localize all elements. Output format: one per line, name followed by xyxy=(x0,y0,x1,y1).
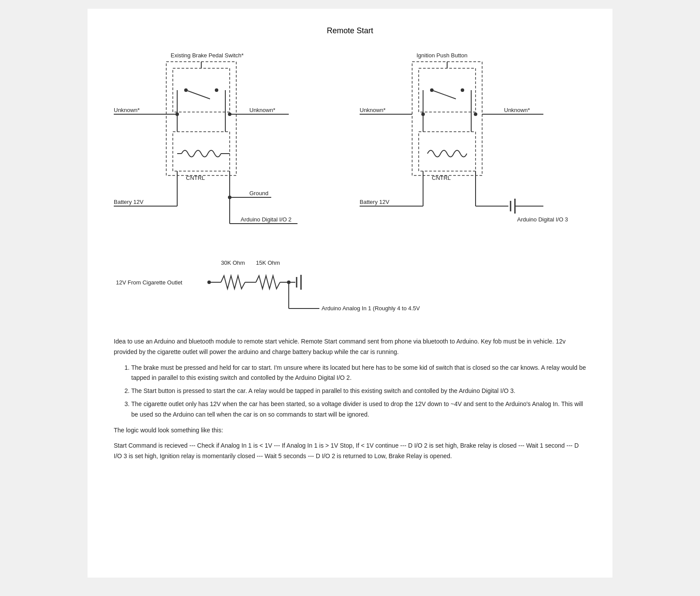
unknown-left-1: Unknown* xyxy=(114,107,140,113)
page-title: Remote Start xyxy=(114,26,586,35)
battery-12v-2: Battery 12V xyxy=(360,199,389,205)
cntrl-label1: CNTRL xyxy=(186,175,205,181)
voltage-divider-section: 12V From Cigarette Outlet 30K Ohm 15K Oh… xyxy=(114,252,586,323)
r2-label: 15K Ohm xyxy=(256,259,280,266)
battery-12v-1: Battery 12V xyxy=(114,199,144,205)
diagram1-title: Existing Brake Pedal Switch* xyxy=(171,52,244,59)
svg-point-17 xyxy=(175,112,179,116)
svg-point-46 xyxy=(207,280,211,284)
step-1: The brake must be pressed and held for c… xyxy=(131,363,586,384)
svg-point-38 xyxy=(474,112,477,116)
cntrl-label2: CNTRL xyxy=(432,175,451,181)
svg-rect-32 xyxy=(419,132,476,171)
svg-point-18 xyxy=(228,112,231,116)
cigarette-outlet-label: 12V From Cigarette Outlet xyxy=(116,279,182,286)
diagrams-row: Existing Brake Pedal Switch* xyxy=(114,49,586,234)
diagram2: Ignition Push Button xyxy=(360,49,586,234)
text-section: Idea to use an Arduino and bluetooth mod… xyxy=(114,337,586,462)
arduino-io3: Arduino Digital I/O 3 xyxy=(517,216,568,223)
arduino-io2: Arduino Digital I/O 2 xyxy=(241,216,291,223)
svg-line-31 xyxy=(432,90,456,99)
svg-point-30 xyxy=(461,88,464,92)
logic-title: The logic would look something like this… xyxy=(114,425,586,436)
unknown-right-2: Unknown* xyxy=(504,107,530,113)
ground-label: Ground xyxy=(249,190,268,196)
r1-label: 30K Ohm xyxy=(221,259,245,266)
page: Remote Start Existing Brake Pedal Switch… xyxy=(88,9,612,578)
logic-text: Start Command is recieved --- Check if A… xyxy=(114,441,586,462)
step-3: The cigarette outlet only has 12V when t… xyxy=(131,399,586,420)
diagram2-title: Ignition Push Button xyxy=(416,52,467,59)
svg-rect-6 xyxy=(173,132,230,171)
analog-in-label: Arduino Analog In 1 (Roughly 4 to 4.5V) xyxy=(322,305,420,312)
svg-rect-1 xyxy=(173,68,230,112)
svg-line-5 xyxy=(186,90,210,99)
steps-list: The brake must be pressed and held for c… xyxy=(131,363,586,420)
svg-point-25 xyxy=(228,196,231,199)
step-2: The Start button is pressed to start the… xyxy=(131,386,586,396)
svg-point-4 xyxy=(215,88,218,92)
description-text: Idea to use an Arduino and bluetooth mod… xyxy=(114,337,586,358)
unknown-left-2: Unknown* xyxy=(360,107,385,113)
svg-rect-27 xyxy=(419,68,476,112)
unknown-right-1: Unknown* xyxy=(249,107,275,113)
diagram1: Existing Brake Pedal Switch* xyxy=(114,49,340,234)
svg-point-37 xyxy=(421,112,425,116)
